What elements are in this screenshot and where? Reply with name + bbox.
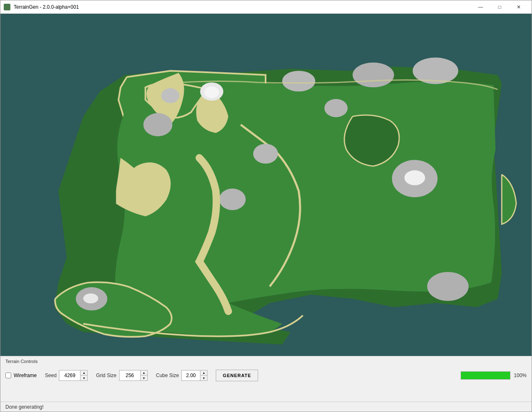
- seed-spinner-buttons: ▲ ▼: [80, 370, 87, 380]
- rock-bottom-right: [427, 272, 469, 301]
- minimize-button[interactable]: —: [471, 0, 490, 14]
- generate-button[interactable]: GENERATE: [216, 370, 258, 381]
- seed-spinner: ▲ ▼: [59, 370, 88, 381]
- terrain-viewport: [0, 14, 532, 356]
- controls-title: Terrain Controls: [5, 359, 527, 364]
- grid-size-up-button[interactable]: ▲: [141, 370, 147, 375]
- cube-size-up-button[interactable]: ▲: [200, 370, 207, 375]
- grid-size-down-button[interactable]: ▼: [141, 375, 147, 380]
- grid-size-group: Grid Size ▲ ▼: [96, 370, 147, 381]
- rock-small-1: [161, 88, 179, 103]
- window-title: TerrainGen - 2.0.0-alpha+001: [14, 4, 79, 10]
- seed-up-button[interactable]: ▲: [81, 370, 87, 375]
- seed-down-button[interactable]: ▼: [81, 375, 87, 380]
- titlebar-controls: — □ ✕: [471, 0, 528, 14]
- progress-wrapper: 100%: [461, 371, 527, 380]
- grid-size-spinner-buttons: ▲ ▼: [140, 370, 147, 380]
- cube-size-spinner: ▲ ▼: [181, 370, 207, 381]
- grid-size-spinner: ▲ ▼: [119, 370, 148, 381]
- rock-top-center: [282, 71, 315, 91]
- titlebar: TerrainGen - 2.0.0-alpha+001 — □ ✕: [0, 0, 532, 14]
- controls-row: Wireframe Seed ▲ ▼ Grid Size: [5, 367, 527, 384]
- status-text: Done generating!: [5, 404, 44, 410]
- wireframe-label[interactable]: Wireframe: [14, 373, 37, 378]
- seed-input[interactable]: [59, 370, 80, 380]
- cube-size-label: Cube Size: [156, 373, 179, 378]
- seed-group: Seed ▲ ▼: [45, 370, 88, 381]
- rock-upper-1-highlight: [204, 86, 219, 98]
- terrain-svg: [0, 14, 532, 356]
- cube-size-down-button[interactable]: ▼: [200, 375, 207, 380]
- controls-bar: Terrain Controls Wireframe Seed ▲ ▼: [0, 356, 532, 402]
- rock-center-1: [253, 144, 278, 164]
- cube-size-input[interactable]: [182, 370, 200, 380]
- cube-size-spinner-buttons: ▲ ▼: [200, 370, 207, 380]
- status-bar: Done generating!: [0, 402, 532, 412]
- main-window: TerrainGen - 2.0.0-alpha+001 — □ ✕: [0, 0, 532, 412]
- titlebar-left: TerrainGen - 2.0.0-alpha+001: [4, 4, 79, 10]
- maximize-button[interactable]: □: [490, 0, 509, 14]
- wireframe-checkbox[interactable]: [5, 373, 11, 378]
- app-icon: [4, 4, 10, 10]
- progress-bar-fill: [461, 372, 510, 379]
- progress-percent: 100%: [514, 373, 527, 378]
- rock-top-right-1: [353, 62, 394, 87]
- wireframe-group: Wireframe: [5, 373, 37, 378]
- rock-center-2: [219, 189, 246, 210]
- close-button[interactable]: ✕: [509, 0, 528, 14]
- rock-small-2: [325, 99, 348, 117]
- grid-size-label: Grid Size: [96, 373, 116, 378]
- rock-island-left-highlight: [83, 294, 98, 304]
- cube-size-group: Cube Size ▲ ▼: [156, 370, 207, 381]
- progress-bar-container: [461, 371, 510, 380]
- grid-size-input[interactable]: [120, 370, 140, 380]
- rock-upper-2: [143, 113, 172, 136]
- seed-label: Seed: [45, 373, 56, 378]
- rock-right-1-highlight: [404, 170, 425, 185]
